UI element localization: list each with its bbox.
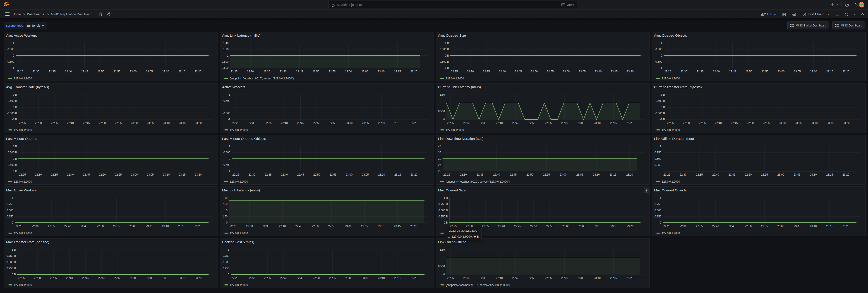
- svg-text:23:15: 23:15: [179, 173, 186, 176]
- svg-text:30: 30: [438, 157, 441, 160]
- svg-text:23:15: 23:15: [394, 276, 401, 280]
- svg-text:22:30: 22:30: [681, 70, 687, 73]
- svg-text:7.50: 7.50: [222, 202, 228, 206]
- svg-text:23:15: 23:15: [179, 122, 186, 125]
- svg-text:22:25: 22:25: [232, 122, 239, 125]
- svg-text:22:55: 22:55: [115, 173, 122, 176]
- svg-text:0 B: 0 B: [445, 54, 449, 57]
- svg-text:23:15: 23:15: [178, 225, 185, 228]
- svg-text:-1: -1: [228, 169, 230, 173]
- svg-text:23:10: 23:10: [377, 225, 384, 228]
- svg-text:23:05: 23:05: [577, 173, 583, 176]
- svg-text:22:45: 22:45: [728, 225, 735, 228]
- svg-text:22:30: 22:30: [33, 70, 39, 73]
- svg-text:23:00: 23:00: [561, 122, 568, 125]
- svg-text:23:10: 23:10: [595, 70, 601, 73]
- svg-text:23:15: 23:15: [394, 70, 401, 73]
- svg-text:127.0.0.1:9000: 127.0.0.1:9000: [446, 77, 464, 80]
- svg-text:0.250: 0.250: [222, 267, 229, 270]
- svg-text:127.0.0.1:9000: 127.0.0.1:9000: [14, 180, 32, 183]
- svg-text:23:05: 23:05: [579, 225, 585, 228]
- svg-text:23:10: 23:10: [810, 173, 816, 176]
- svg-text:23:00: 23:00: [130, 70, 136, 73]
- svg-text:0.500 B: 0.500 B: [656, 99, 665, 102]
- svg-text:22:45: 22:45: [296, 225, 302, 228]
- svg-text:-1 B: -1 B: [444, 66, 449, 69]
- svg-text:23:20: 23:20: [842, 173, 849, 176]
- svg-text:22:55: 22:55: [115, 122, 122, 125]
- svg-text:22:50: 22:50: [529, 276, 535, 280]
- svg-text:23:05: 23:05: [361, 70, 368, 73]
- svg-text:0.500: 0.500: [7, 48, 14, 51]
- svg-text:22:30: 22:30: [463, 122, 470, 125]
- svg-text:22:40: 22:40: [279, 225, 286, 228]
- svg-text:0.250 B: 0.250 B: [6, 267, 16, 270]
- svg-text:22:30: 22:30: [32, 225, 38, 228]
- svg-text:127.0.0.1:9000: 127.0.0.1:9000: [14, 284, 32, 287]
- svg-text:1.40: 1.40: [223, 42, 229, 45]
- svg-text:0.800: 0.800: [222, 60, 228, 63]
- svg-text:127.0.0.1:9000: 127.0.0.1:9000: [662, 232, 680, 235]
- svg-text:127.0.0.1:9000: 127.0.0.1:9000: [662, 77, 680, 80]
- svg-text:23:20: 23:20: [627, 70, 633, 73]
- svg-text:22:25: 22:25: [443, 173, 450, 176]
- svg-text:127.0.0.1:9000: 127.0.0.1:9000: [662, 129, 680, 132]
- svg-text:0: 0: [228, 273, 229, 276]
- svg-text:22:45: 22:45: [296, 70, 303, 73]
- svg-text:22:55: 22:55: [113, 225, 120, 228]
- svg-text:1: 1: [13, 42, 14, 45]
- svg-text:23:15: 23:15: [611, 225, 617, 228]
- svg-text:23:00: 23:00: [129, 225, 136, 228]
- svg-text:-0.500 B: -0.500 B: [7, 163, 17, 166]
- svg-text:1: 1: [229, 145, 230, 148]
- svg-text:23:20: 23:20: [410, 173, 417, 176]
- svg-text:23:00: 23:00: [778, 70, 784, 73]
- svg-text:0.500: 0.500: [222, 261, 229, 264]
- svg-text:23:15: 23:15: [394, 122, 401, 125]
- svg-text:1.20: 1.20: [223, 48, 229, 51]
- svg-text:22:55: 22:55: [761, 173, 768, 176]
- svg-text:23:00: 23:00: [346, 122, 352, 125]
- svg-text:22:35: 22:35: [696, 225, 703, 228]
- svg-text:23:20: 23:20: [410, 225, 417, 228]
- svg-text:23:15: 23:15: [610, 122, 617, 125]
- svg-text:23:15: 23:15: [827, 122, 834, 125]
- svg-text:0.500: 0.500: [654, 209, 661, 212]
- svg-text:22:45: 22:45: [83, 122, 90, 125]
- svg-text:1.50: 1.50: [440, 93, 445, 96]
- svg-text:22:30: 22:30: [680, 173, 686, 176]
- svg-text:23:00: 23:00: [345, 70, 352, 73]
- svg-text:22:40: 22:40: [498, 225, 505, 228]
- svg-text:22:40: 22:40: [64, 225, 71, 228]
- svg-text:0: 0: [229, 157, 230, 160]
- svg-text:0.750 B: 0.750 B: [6, 254, 16, 258]
- svg-text:127.0.0.1:9000: 127.0.0.1:9000: [230, 232, 248, 235]
- svg-text:22:45: 22:45: [297, 122, 304, 125]
- svg-text:40: 40: [438, 145, 441, 148]
- svg-text:22:50: 22:50: [745, 173, 752, 176]
- svg-text:22:25: 22:25: [663, 225, 670, 228]
- svg-text:0: 0: [660, 169, 661, 173]
- svg-text:127.0.0.1:9000: 127.0.0.1:9000: [662, 180, 680, 183]
- svg-text:22:55: 22:55: [547, 70, 554, 73]
- svg-text:23:05: 23:05: [146, 70, 153, 73]
- svg-text:0: 0: [229, 106, 230, 109]
- svg-text:22:40: 22:40: [715, 122, 722, 125]
- svg-text:23:00: 23:00: [560, 173, 566, 176]
- svg-text:0.500: 0.500: [438, 265, 445, 268]
- svg-text:23:05: 23:05: [795, 122, 802, 125]
- svg-text:22:55: 22:55: [329, 70, 336, 73]
- svg-text:22:50: 22:50: [313, 173, 320, 176]
- svg-text:1: 1: [227, 54, 229, 57]
- svg-text:22:50: 22:50: [312, 225, 318, 228]
- svg-text:0: 0: [661, 54, 662, 57]
- svg-text:23:10: 23:10: [594, 276, 601, 280]
- svg-text:22:25: 22:25: [667, 122, 674, 125]
- svg-text:1.50: 1.50: [440, 248, 445, 251]
- svg-text:23:15: 23:15: [179, 276, 185, 280]
- svg-text:22:45: 22:45: [731, 122, 738, 125]
- svg-text:22:35: 22:35: [51, 122, 58, 125]
- svg-text:22:30: 22:30: [248, 276, 254, 280]
- svg-text:22:50: 22:50: [526, 173, 533, 176]
- svg-text:22:40: 22:40: [280, 70, 286, 73]
